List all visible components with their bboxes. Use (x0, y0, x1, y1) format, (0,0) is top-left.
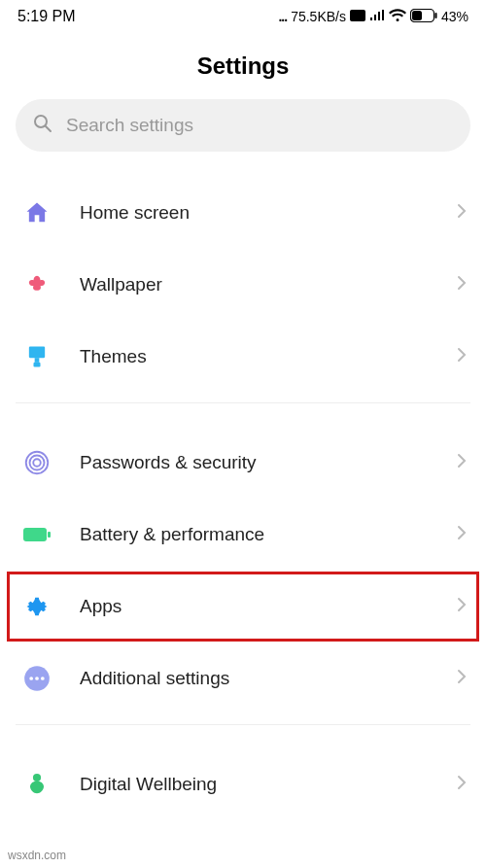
brush-icon (19, 339, 54, 374)
svg-point-10 (30, 456, 45, 470)
home-icon (19, 195, 54, 230)
battery-icon (19, 517, 54, 552)
row-label: Home screen (80, 202, 432, 224)
row-label: Additional settings (80, 668, 432, 689)
chevron-right-icon (457, 669, 467, 688)
row-apps[interactable]: Apps (6, 571, 480, 642)
page-title: Settings (0, 52, 486, 80)
row-home-screen[interactable]: Home screen (0, 177, 486, 249)
row-label: Digital Wellbeing (80, 774, 432, 795)
more-dots-icon: ... (278, 9, 287, 24)
settings-group-2: Passwords & security Battery & performan… (0, 427, 486, 714)
svg-rect-13 (48, 532, 51, 538)
svg-rect-0 (350, 10, 365, 21)
row-battery-performance[interactable]: Battery & performance (0, 499, 486, 571)
fingerprint-icon (19, 445, 54, 480)
row-label: Themes (80, 346, 432, 367)
svg-point-4 (35, 116, 47, 127)
net-speed: 75.5KB/s (291, 9, 346, 24)
volte-icon (350, 9, 365, 24)
wifi-icon (389, 9, 406, 25)
svg-rect-6 (29, 347, 45, 359)
row-digital-wellbeing[interactable]: Digital Wellbeing (0, 748, 486, 820)
svg-point-16 (35, 677, 39, 680)
settings-group-1: Home screen Wallpaper Themes (0, 177, 486, 393)
svg-line-5 (46, 126, 51, 131)
row-label: Apps (80, 596, 432, 617)
chevron-right-icon (457, 203, 467, 223)
settings-group-3: Digital Wellbeing (0, 748, 486, 820)
row-additional-settings[interactable]: Additional settings (0, 642, 486, 714)
search-input[interactable] (66, 115, 453, 136)
svg-rect-2 (412, 11, 422, 20)
svg-point-18 (33, 774, 41, 781)
divider (16, 402, 470, 403)
chevron-right-icon (457, 775, 467, 794)
signal-icon (369, 9, 385, 24)
gear-icon (19, 589, 54, 624)
row-label: Battery & performance (80, 524, 432, 545)
row-themes[interactable]: Themes (0, 321, 486, 393)
chevron-right-icon (457, 275, 467, 295)
chevron-right-icon (457, 525, 467, 544)
row-passwords-security[interactable]: Passwords & security (0, 427, 486, 499)
watermark: wsxdn.com (8, 849, 66, 862)
status-right: ... 75.5KB/s 43% (278, 9, 469, 25)
search-box[interactable] (16, 99, 470, 152)
svg-rect-3 (434, 13, 436, 18)
row-wallpaper[interactable]: Wallpaper (0, 249, 486, 321)
wellbeing-icon (19, 767, 54, 802)
status-time: 5:19 PM (17, 8, 76, 25)
svg-rect-8 (34, 363, 41, 367)
chevron-right-icon (457, 347, 467, 366)
svg-point-15 (29, 677, 33, 680)
dots-icon (19, 661, 54, 696)
svg-point-17 (41, 677, 45, 680)
row-label: Wallpaper (80, 274, 432, 295)
svg-rect-12 (23, 528, 47, 541)
svg-rect-7 (35, 358, 40, 363)
status-bar: 5:19 PM ... 75.5KB/s 43% (0, 0, 486, 29)
flower-icon (19, 267, 54, 302)
row-label: Passwords & security (80, 452, 432, 473)
battery-icon (410, 9, 437, 25)
battery-pct: 43% (441, 9, 469, 24)
divider (16, 724, 470, 725)
chevron-right-icon (457, 597, 467, 616)
search-icon (33, 114, 52, 137)
chevron-right-icon (457, 453, 467, 472)
svg-point-11 (33, 459, 41, 467)
